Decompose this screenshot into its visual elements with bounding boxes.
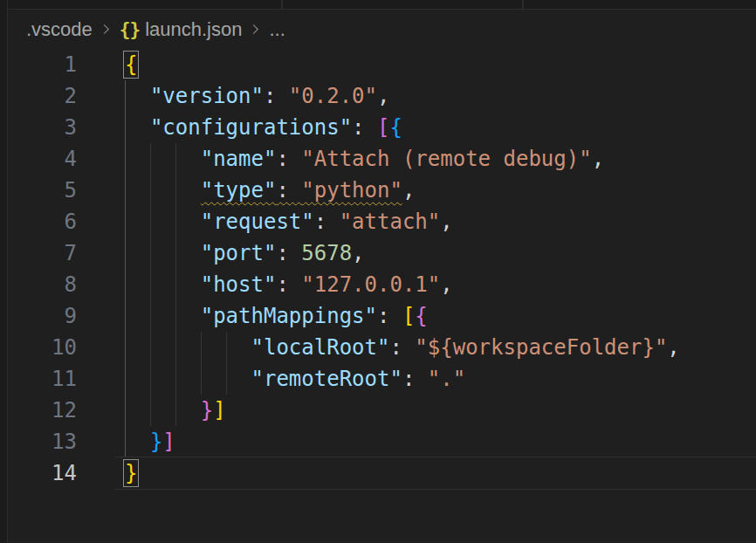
code-token: "version" (150, 84, 264, 108)
code-token: : (389, 335, 415, 360)
line-number: 9 (9, 300, 77, 332)
code-token: "configurations" (150, 115, 352, 140)
code-token: , (667, 335, 679, 360)
code-line[interactable]: 5 "type": "python", (9, 175, 756, 206)
line-number: 1 (9, 49, 77, 80)
line-number: 6 (9, 206, 77, 237)
code-token: "pathMappings" (201, 304, 377, 328)
breadcrumb-item-symbols[interactable]: ... (269, 18, 285, 41)
tab-separator (281, 0, 283, 9)
breadcrumb-file-label: launch.json (145, 18, 242, 41)
code-token: "attach" (340, 210, 441, 234)
code-text: "configurations": [{ (77, 115, 402, 140)
code-token: : (276, 272, 301, 297)
chevron-right-icon (100, 23, 113, 36)
line-number: 11 (9, 363, 77, 395)
code-token: } (201, 398, 213, 423)
code-token: : (352, 115, 377, 140)
chevron-right-icon (249, 23, 262, 36)
code-text: } (77, 461, 137, 485)
code-line[interactable]: 12 }] (9, 395, 756, 426)
code-token: : (276, 147, 301, 171)
warning-squiggle: "type": "python" (201, 178, 402, 203)
json-file-icon: {} (120, 19, 140, 40)
line-number: 12 (9, 395, 77, 426)
line-number: 2 (9, 80, 77, 112)
code-token: "${workspaceFolder}" (415, 335, 667, 360)
code-text: "remoteRoot": "." (77, 367, 465, 391)
code-text: }] (77, 398, 226, 423)
code-line[interactable]: 4 "name": "Attach (remote debug)", (9, 143, 756, 175)
code-line[interactable]: 7 "port": 5678, (9, 237, 756, 269)
code-line[interactable]: 11 "remoteRoot": "." (9, 363, 756, 395)
code-line[interactable]: 6 "request": "attach", (9, 206, 756, 237)
line-number: 10 (9, 332, 77, 363)
line-number: 13 (9, 426, 77, 457)
code-token: : (276, 178, 301, 203)
code-lines: 1{2 "version": "0.2.0",3 "configurations… (9, 49, 756, 489)
code-token: : (314, 210, 340, 234)
code-text: "version": "0.2.0", (77, 84, 389, 108)
code-line[interactable]: 10 "localRoot": "${workspaceFolder}", (9, 332, 756, 363)
breadcrumb: .vscode {} launch.json ... (9, 10, 756, 49)
code-line[interactable]: 3 "configurations": [{ (9, 112, 756, 143)
code-token: } (150, 430, 162, 454)
code-line[interactable]: 1{ (9, 49, 756, 80)
tab-separator (522, 0, 524, 9)
code-line[interactable]: 14} (9, 457, 756, 489)
code-text: "host": "127.0.0.1", (77, 272, 453, 297)
code-token: "type" (201, 178, 277, 203)
code-token: , (352, 241, 364, 265)
breadcrumb-item-file[interactable]: {} launch.json (120, 18, 243, 41)
code-token: , (592, 147, 604, 171)
code-line[interactable]: 13 }] (9, 426, 756, 457)
code-token: "python" (301, 178, 402, 203)
code-line[interactable]: 2 "version": "0.2.0", (9, 80, 756, 112)
code-token: "127.0.0.1" (301, 272, 440, 297)
editor-pane: .vscode {} launch.json ... 1{2 "version"… (9, 10, 756, 543)
code-token: { (389, 115, 402, 140)
vscode-window: .vscode {} launch.json ... 1{2 "version"… (0, 0, 756, 543)
code-token: , (402, 178, 415, 203)
code-token: ] (162, 430, 175, 454)
code-text: { (77, 52, 137, 77)
code-text: "request": "attach", (77, 210, 453, 234)
breadcrumb-item-folder[interactable]: .vscode (26, 18, 93, 41)
activity-bar-edge (0, 0, 8, 543)
code-text: "type": "python", (77, 178, 415, 203)
code-text: "localRoot": "${workspaceFolder}", (77, 335, 680, 360)
code-editor[interactable]: 1{2 "version": "0.2.0",3 "configurations… (9, 49, 756, 543)
code-line[interactable]: 9 "pathMappings": [{ (9, 300, 756, 332)
line-number: 4 (9, 143, 77, 175)
code-token: : (377, 304, 402, 328)
code-token: "remoteRoot" (251, 367, 402, 391)
code-token: "name" (201, 147, 277, 171)
line-number: 8 (9, 269, 77, 300)
code-text: "pathMappings": [{ (77, 304, 428, 328)
code-token: ] (213, 398, 225, 423)
line-number: 3 (9, 112, 77, 143)
code-text: "name": "Attach (remote debug)", (77, 147, 604, 171)
code-token: { (415, 304, 427, 328)
code-token: , (440, 210, 452, 234)
code-token: : (276, 241, 301, 265)
code-token: "." (428, 367, 465, 391)
code-token: , (377, 84, 389, 108)
line-number: 14 (9, 457, 77, 489)
code-text: }] (77, 430, 175, 454)
code-token: "Attach (remote debug)" (301, 147, 591, 171)
code-token: "0.2.0" (289, 84, 377, 108)
code-token: [ (377, 115, 389, 140)
code-token: "host" (201, 272, 277, 297)
bracket-match: { (125, 52, 137, 77)
code-token: "port" (201, 241, 277, 265)
code-token: 5678 (301, 241, 352, 265)
code-text: "port": 5678, (77, 241, 365, 265)
code-line[interactable]: 8 "host": "127.0.0.1", (9, 269, 756, 300)
bracket-match: } (125, 461, 137, 485)
tab-bar (0, 0, 756, 10)
code-token: : (402, 367, 428, 391)
code-token: , (440, 272, 452, 297)
code-token: [ (402, 304, 415, 328)
line-number: 5 (9, 175, 77, 206)
